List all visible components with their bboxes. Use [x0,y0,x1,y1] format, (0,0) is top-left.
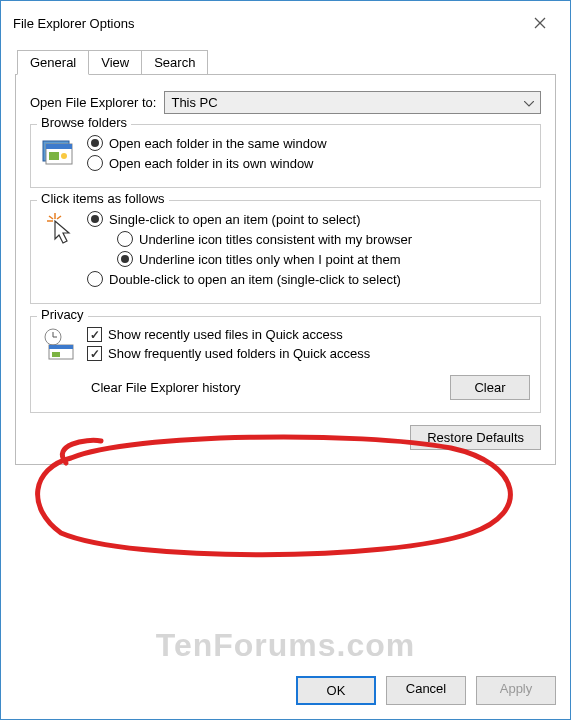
svg-rect-16 [52,352,60,357]
svg-line-9 [49,216,53,219]
browse-folders-legend: Browse folders [37,115,131,130]
tab-panel-general: Open File Explorer to: This PC Browse fo… [15,74,556,465]
cancel-button[interactable]: Cancel [386,676,466,705]
dialog-title: File Explorer Options [13,16,134,31]
folder-windows-icon [41,135,77,171]
svg-rect-15 [49,345,73,349]
close-icon [534,17,546,29]
radio-underline-browser[interactable] [117,231,133,247]
radio-own-window-label[interactable]: Open each folder in its own window [109,156,314,171]
chevron-down-icon [524,95,534,110]
radio-underline-point[interactable] [117,251,133,267]
checkbox-show-frequent[interactable] [87,346,102,361]
checkbox-show-recent[interactable] [87,327,102,342]
checkbox-show-frequent-label[interactable]: Show frequently used folders in Quick ac… [108,346,370,361]
click-items-group: Click items as follows Single-click to o… [30,200,541,304]
radio-single-click[interactable] [87,211,103,227]
clear-history-label: Clear File Explorer history [91,380,241,395]
radio-same-window[interactable] [87,135,103,151]
radio-double-click[interactable] [87,271,103,287]
open-to-label: Open File Explorer to: [30,95,156,110]
privacy-history-icon [41,327,77,363]
browse-folders-group: Browse folders Open each folder in the s… [30,124,541,188]
open-to-combobox[interactable]: This PC [164,91,541,114]
tab-search[interactable]: Search [141,50,208,75]
privacy-group: Privacy Show recently used files in Quic… [30,316,541,413]
pointer-click-icon [41,211,77,247]
open-to-value: This PC [171,95,217,110]
click-items-legend: Click items as follows [37,191,169,206]
close-button[interactable] [520,9,560,37]
svg-rect-5 [49,152,59,160]
radio-same-window-label[interactable]: Open each folder in the same window [109,136,327,151]
radio-own-window[interactable] [87,155,103,171]
radio-underline-point-label[interactable]: Underline icon titles only when I point … [139,252,401,267]
tab-view[interactable]: View [88,50,142,75]
apply-button[interactable]: Apply [476,676,556,705]
clear-button[interactable]: Clear [450,375,530,400]
svg-rect-4 [46,144,72,149]
radio-single-click-label[interactable]: Single-click to open an item (point to s… [109,212,360,227]
privacy-legend: Privacy [37,307,88,322]
ok-button[interactable]: OK [296,676,376,705]
radio-double-click-label[interactable]: Double-click to open an item (single-cli… [109,272,401,287]
tab-strip: General View Search [1,50,570,75]
restore-defaults-button[interactable]: Restore Defaults [410,425,541,450]
svg-line-10 [57,216,61,219]
radio-underline-browser-label[interactable]: Underline icon titles consistent with my… [139,232,412,247]
dialog-button-row: OK Cancel Apply [296,676,556,705]
titlebar: File Explorer Options [1,1,570,49]
checkbox-show-recent-label[interactable]: Show recently used files in Quick access [108,327,343,342]
svg-point-6 [61,153,67,159]
tab-general[interactable]: General [17,50,89,75]
watermark-text: TenForums.com [1,627,570,664]
dialog-window: File Explorer Options General View Searc… [0,0,571,720]
open-to-row: Open File Explorer to: This PC [30,91,541,114]
